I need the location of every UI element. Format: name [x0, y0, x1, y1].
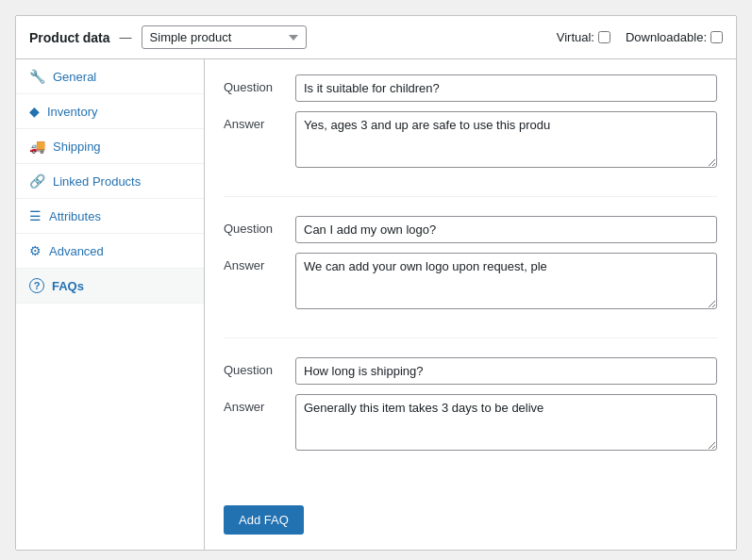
- sidebar-label-general: General: [53, 70, 96, 84]
- question-label-3: Question: [224, 357, 280, 377]
- product-data-panel: Product data — Simple productVariable pr…: [15, 15, 737, 551]
- question-input-1[interactable]: [295, 74, 717, 102]
- answer-input-1[interactable]: Yes, ages 3 and up are safe to use this …: [295, 111, 717, 168]
- sidebar-label-linked-products: Linked Products: [53, 174, 141, 189]
- answer-input-3[interactable]: Generally this item takes 3 days to be d…: [295, 394, 717, 451]
- sidebar-item-inventory[interactable]: ◆ Inventory: [16, 94, 204, 129]
- sidebar-label-inventory: Inventory: [47, 105, 97, 119]
- link-icon: 🔗: [29, 173, 45, 189]
- faq-entry-1: Question Answer Yes, ages 3 and up are s…: [224, 74, 717, 197]
- virtual-checkbox[interactable]: [598, 31, 610, 43]
- attributes-icon: ☰: [29, 208, 42, 223]
- answer-label-2: Answer: [224, 253, 280, 272]
- downloadable-label[interactable]: Downloadable:: [626, 30, 723, 44]
- sidebar-item-attributes[interactable]: ☰ Attributes: [16, 199, 204, 234]
- faq-icon: ?: [29, 278, 44, 293]
- downloadable-checkbox[interactable]: [710, 31, 723, 43]
- answer-label-1: Answer: [224, 111, 280, 131]
- faq-question-row-3: Question: [224, 357, 717, 385]
- faq-question-row-1: Question: [224, 74, 717, 102]
- sidebar-item-general[interactable]: 🔧 General: [16, 59, 204, 94]
- sidebar: 🔧 General ◆ Inventory 🚚 Shipping 🔗 Linke…: [16, 59, 205, 550]
- inventory-icon: ◆: [29, 104, 40, 119]
- faq-entry-2: Question Answer We can add your own logo…: [224, 216, 717, 338]
- truck-icon: 🚚: [29, 139, 45, 154]
- question-label-1: Question: [224, 74, 280, 94]
- sidebar-item-faqs[interactable]: ? FAQs: [16, 269, 204, 304]
- answer-input-2[interactable]: We can add your own logo upon request, p…: [295, 253, 717, 309]
- product-data-title: Product data: [29, 30, 110, 45]
- faq-question-row-2: Question: [224, 216, 717, 243]
- product-type-select[interactable]: Simple productVariable productGrouped pr…: [142, 25, 307, 49]
- faq-answer-row-1: Answer Yes, ages 3 and up are safe to us…: [224, 111, 717, 168]
- product-data-body: 🔧 General ◆ Inventory 🚚 Shipping 🔗 Linke…: [16, 59, 736, 550]
- faq-entry-3: Question Answer Generally this item take…: [224, 357, 717, 479]
- sidebar-item-shipping[interactable]: 🚚 Shipping: [16, 129, 204, 164]
- question-input-3[interactable]: [295, 357, 717, 385]
- sidebar-item-linked-products[interactable]: 🔗 Linked Products: [16, 164, 204, 199]
- wrench-icon: 🔧: [29, 69, 45, 84]
- product-data-header: Product data — Simple productVariable pr…: [16, 16, 736, 59]
- virtual-label[interactable]: Virtual:: [557, 30, 610, 44]
- faq-main-content: Question Answer Yes, ages 3 and up are s…: [205, 59, 736, 550]
- sidebar-label-attributes: Attributes: [49, 209, 101, 223]
- faq-answer-row-3: Answer Generally this item takes 3 days …: [224, 394, 717, 451]
- sidebar-label-shipping: Shipping: [53, 140, 101, 154]
- add-faq-button[interactable]: Add FAQ: [224, 505, 304, 535]
- virtual-downloadable-group: Virtual: Downloadable:: [557, 30, 723, 44]
- sidebar-item-advanced[interactable]: ⚙ Advanced: [16, 234, 204, 269]
- question-label-2: Question: [224, 216, 280, 236]
- sidebar-label-advanced: Advanced: [49, 244, 104, 258]
- gear-icon: ⚙: [29, 243, 42, 258]
- question-input-2[interactable]: [295, 216, 717, 243]
- sidebar-label-faqs: FAQs: [52, 279, 84, 293]
- answer-label-3: Answer: [224, 394, 280, 414]
- faq-answer-row-2: Answer We can add your own logo upon req…: [224, 253, 717, 309]
- header-separator: —: [120, 30, 132, 44]
